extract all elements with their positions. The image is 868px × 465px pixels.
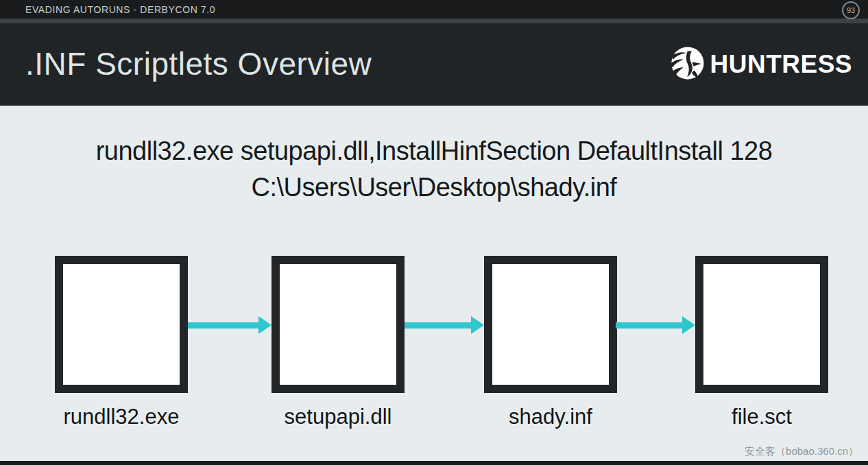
slide-title: .INF Scriptlets Overview bbox=[25, 45, 372, 82]
bottom-bar bbox=[0, 461, 868, 465]
flow-arrow-3 bbox=[616, 322, 683, 329]
title-band: .INF Scriptlets Overview HUNTRESS bbox=[0, 23, 868, 106]
flow-arrow-1 bbox=[188, 322, 259, 329]
node-label-rundll32: rundll32.exe bbox=[41, 405, 202, 429]
node-label-shady-inf: shady.inf bbox=[470, 405, 631, 429]
diagram-node-setupapi bbox=[272, 256, 405, 393]
diagram-node-file-sct bbox=[695, 256, 828, 393]
command-text: rundll32.exe setupapi.dll,InstallHinfSec… bbox=[0, 133, 868, 206]
flow-arrow-2 bbox=[405, 322, 472, 329]
diagram-node-rundll32 bbox=[55, 256, 188, 393]
flow-arrow-3-head-icon bbox=[682, 316, 695, 334]
diagram-node-shady-inf bbox=[484, 256, 617, 393]
node-label-setupapi: setupapi.dll bbox=[258, 405, 418, 429]
huntress-valkyrie-icon bbox=[668, 44, 706, 85]
flow-arrow-2-head-icon bbox=[471, 316, 484, 334]
node-label-file-sct: file.sct bbox=[682, 405, 842, 429]
huntress-logo: HUNTRESS bbox=[668, 44, 852, 85]
watermark: 安全客（bobao.360.cn） bbox=[745, 445, 858, 458]
page-number: 93 bbox=[847, 6, 855, 14]
top-bar: EVADING AUTORUNS - DERBYCON 7.0 bbox=[0, 0, 868, 19]
presentation-title: EVADING AUTORUNS - DERBYCON 7.0 bbox=[25, 4, 215, 15]
command-line-1: rundll32.exe setupapi.dll,InstallHinfSec… bbox=[0, 133, 868, 169]
slide: EVADING AUTORUNS - DERBYCON 7.0 93 .INF … bbox=[0, 0, 868, 465]
command-line-2: C:\Users\User\Desktop\shady.inf bbox=[0, 169, 868, 206]
huntress-logo-text: HUNTRESS bbox=[710, 50, 852, 79]
flow-arrow-1-head-icon bbox=[258, 316, 272, 334]
page-number-badge: 93 bbox=[842, 1, 860, 19]
header-divider bbox=[0, 19, 868, 23]
